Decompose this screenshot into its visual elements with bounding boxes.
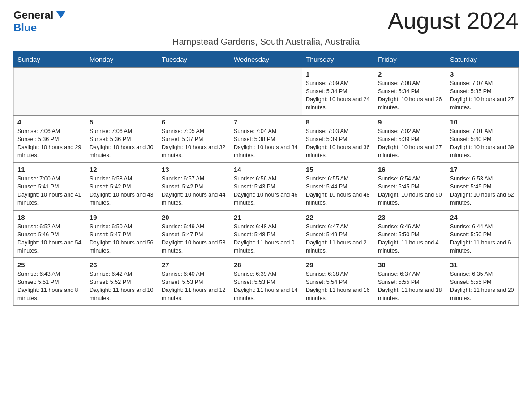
day-info: Sunrise: 7:05 AM Sunset: 5:37 PM Dayligh… xyxy=(162,127,226,160)
day-info: Sunrise: 7:04 AM Sunset: 5:38 PM Dayligh… xyxy=(234,127,298,160)
calendar-header-monday: Monday xyxy=(86,52,158,68)
logo: General Blue xyxy=(13,9,92,34)
day-info: Sunrise: 7:01 AM Sunset: 5:40 PM Dayligh… xyxy=(450,127,515,160)
day-number: 20 xyxy=(162,214,226,221)
calendar-cell: 26Sunrise: 6:42 AM Sunset: 5:52 PM Dayli… xyxy=(86,258,158,306)
day-info: Sunrise: 6:46 AM Sunset: 5:50 PM Dayligh… xyxy=(378,223,442,255)
calendar-cell xyxy=(158,67,230,115)
day-number: 21 xyxy=(234,214,298,221)
calendar-cell: 23Sunrise: 6:46 AM Sunset: 5:50 PM Dayli… xyxy=(374,210,446,258)
day-number: 15 xyxy=(306,166,370,173)
calendar-cell: 7Sunrise: 7:04 AM Sunset: 5:38 PM Daylig… xyxy=(230,115,302,163)
calendar-cell: 8Sunrise: 7:03 AM Sunset: 5:39 PM Daylig… xyxy=(302,115,374,163)
calendar-cell: 3Sunrise: 7:07 AM Sunset: 5:35 PM Daylig… xyxy=(446,67,519,115)
day-number: 22 xyxy=(306,214,370,221)
day-number: 10 xyxy=(450,118,515,126)
day-info: Sunrise: 6:37 AM Sunset: 5:55 PM Dayligh… xyxy=(378,270,442,303)
calendar-cell: 20Sunrise: 6:49 AM Sunset: 5:47 PM Dayli… xyxy=(158,210,230,258)
calendar-cell: 6Sunrise: 7:05 AM Sunset: 5:37 PM Daylig… xyxy=(158,115,230,163)
calendar-cell xyxy=(14,67,86,115)
calendar-cell: 29Sunrise: 6:38 AM Sunset: 5:54 PM Dayli… xyxy=(302,258,374,306)
day-info: Sunrise: 6:53 AM Sunset: 5:45 PM Dayligh… xyxy=(450,175,515,207)
calendar-cell: 13Sunrise: 6:57 AM Sunset: 5:42 PM Dayli… xyxy=(158,163,230,210)
calendar-cell: 11Sunrise: 7:00 AM Sunset: 5:41 PM Dayli… xyxy=(14,163,86,210)
day-number: 9 xyxy=(378,118,442,126)
calendar-header-wednesday: Wednesday xyxy=(230,52,302,68)
day-info: Sunrise: 6:56 AM Sunset: 5:43 PM Dayligh… xyxy=(234,175,298,207)
calendar-cell: 14Sunrise: 6:56 AM Sunset: 5:43 PM Dayli… xyxy=(230,163,302,210)
day-number: 27 xyxy=(162,261,226,269)
calendar-cell: 18Sunrise: 6:52 AM Sunset: 5:46 PM Dayli… xyxy=(14,210,86,258)
day-number: 5 xyxy=(90,118,154,126)
day-info: Sunrise: 7:06 AM Sunset: 5:36 PM Dayligh… xyxy=(17,127,82,160)
day-info: Sunrise: 6:48 AM Sunset: 5:48 PM Dayligh… xyxy=(234,223,298,255)
day-number: 1 xyxy=(306,70,370,78)
day-number: 31 xyxy=(450,261,515,269)
day-number: 14 xyxy=(234,166,298,173)
day-info: Sunrise: 7:09 AM Sunset: 5:34 PM Dayligh… xyxy=(306,79,370,112)
day-info: Sunrise: 6:35 AM Sunset: 5:55 PM Dayligh… xyxy=(450,270,515,303)
day-number: 19 xyxy=(90,214,154,221)
calendar-cell xyxy=(86,67,158,115)
day-number: 30 xyxy=(378,261,442,269)
day-info: Sunrise: 6:57 AM Sunset: 5:42 PM Dayligh… xyxy=(162,175,226,207)
day-number: 29 xyxy=(306,261,370,269)
day-info: Sunrise: 6:55 AM Sunset: 5:44 PM Dayligh… xyxy=(306,175,370,207)
day-info: Sunrise: 6:44 AM Sunset: 5:50 PM Dayligh… xyxy=(450,223,515,255)
calendar-table: SundayMondayTuesdayWednesdayThursdayFrid… xyxy=(13,51,519,306)
day-number: 4 xyxy=(17,118,82,126)
day-number: 3 xyxy=(450,70,515,78)
calendar-cell: 1Sunrise: 7:09 AM Sunset: 5:34 PM Daylig… xyxy=(302,67,374,115)
calendar-week-row: 18Sunrise: 6:52 AM Sunset: 5:46 PM Dayli… xyxy=(14,210,519,258)
day-info: Sunrise: 7:08 AM Sunset: 5:34 PM Dayligh… xyxy=(378,79,442,112)
calendar-cell: 9Sunrise: 7:02 AM Sunset: 5:39 PM Daylig… xyxy=(374,115,446,163)
day-number: 17 xyxy=(450,166,515,173)
day-info: Sunrise: 6:38 AM Sunset: 5:54 PM Dayligh… xyxy=(306,270,370,303)
calendar-header-thursday: Thursday xyxy=(302,52,374,68)
calendar-cell: 28Sunrise: 6:39 AM Sunset: 5:53 PM Dayli… xyxy=(230,258,302,306)
day-number: 26 xyxy=(90,261,154,269)
day-info: Sunrise: 6:40 AM Sunset: 5:53 PM Dayligh… xyxy=(162,270,226,303)
day-number: 16 xyxy=(378,166,442,173)
calendar-cell: 5Sunrise: 7:06 AM Sunset: 5:36 PM Daylig… xyxy=(86,115,158,163)
calendar-cell: 15Sunrise: 6:55 AM Sunset: 5:44 PM Dayli… xyxy=(302,163,374,210)
calendar-cell: 4Sunrise: 7:06 AM Sunset: 5:36 PM Daylig… xyxy=(14,115,86,163)
calendar-week-row: 11Sunrise: 7:00 AM Sunset: 5:41 PM Dayli… xyxy=(14,163,519,210)
day-number: 6 xyxy=(162,118,226,126)
day-info: Sunrise: 6:49 AM Sunset: 5:47 PM Dayligh… xyxy=(162,223,226,255)
day-number: 13 xyxy=(162,166,226,173)
day-info: Sunrise: 6:39 AM Sunset: 5:53 PM Dayligh… xyxy=(234,270,298,303)
day-number: 23 xyxy=(378,214,442,221)
calendar-header-sunday: Sunday xyxy=(14,52,86,68)
day-info: Sunrise: 6:50 AM Sunset: 5:47 PM Dayligh… xyxy=(90,223,154,255)
day-number: 2 xyxy=(378,70,442,78)
calendar-cell: 30Sunrise: 6:37 AM Sunset: 5:55 PM Dayli… xyxy=(374,258,446,306)
calendar-cell: 27Sunrise: 6:40 AM Sunset: 5:53 PM Dayli… xyxy=(158,258,230,306)
day-info: Sunrise: 7:02 AM Sunset: 5:39 PM Dayligh… xyxy=(378,127,442,160)
calendar-cell xyxy=(230,67,302,115)
day-number: 7 xyxy=(234,118,298,126)
calendar-cell: 10Sunrise: 7:01 AM Sunset: 5:40 PM Dayli… xyxy=(446,115,519,163)
day-info: Sunrise: 6:43 AM Sunset: 5:51 PM Dayligh… xyxy=(17,270,82,303)
logo-general: General xyxy=(13,9,53,21)
day-number: 25 xyxy=(17,261,82,269)
day-info: Sunrise: 7:03 AM Sunset: 5:39 PM Dayligh… xyxy=(306,127,370,160)
calendar-cell: 22Sunrise: 6:47 AM Sunset: 5:49 PM Dayli… xyxy=(302,210,374,258)
calendar-cell: 25Sunrise: 6:43 AM Sunset: 5:51 PM Dayli… xyxy=(14,258,86,306)
calendar-cell: 21Sunrise: 6:48 AM Sunset: 5:48 PM Dayli… xyxy=(230,210,302,258)
day-number: 28 xyxy=(234,261,298,269)
calendar-week-row: 25Sunrise: 6:43 AM Sunset: 5:51 PM Dayli… xyxy=(14,258,519,306)
logo-triangle-icon xyxy=(56,11,65,18)
day-info: Sunrise: 7:00 AM Sunset: 5:41 PM Dayligh… xyxy=(17,175,82,207)
logo-blue: Blue xyxy=(13,21,92,34)
day-info: Sunrise: 6:54 AM Sunset: 5:45 PM Dayligh… xyxy=(378,175,442,207)
day-info: Sunrise: 6:42 AM Sunset: 5:52 PM Dayligh… xyxy=(90,270,154,303)
calendar-header-saturday: Saturday xyxy=(446,52,519,68)
day-number: 24 xyxy=(450,214,515,221)
month-year-title: August 2024 xyxy=(388,9,519,32)
day-info: Sunrise: 7:06 AM Sunset: 5:36 PM Dayligh… xyxy=(90,127,154,160)
day-info: Sunrise: 6:47 AM Sunset: 5:49 PM Dayligh… xyxy=(306,223,370,255)
calendar-header-friday: Friday xyxy=(374,52,446,68)
day-number: 18 xyxy=(17,214,82,221)
calendar-cell: 17Sunrise: 6:53 AM Sunset: 5:45 PM Dayli… xyxy=(446,163,519,210)
